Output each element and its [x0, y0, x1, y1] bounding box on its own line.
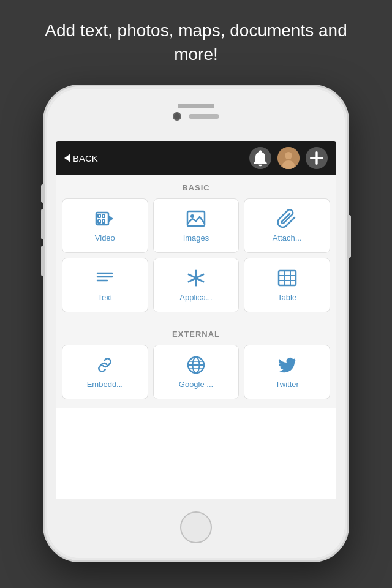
avatar[interactable]	[277, 147, 300, 169]
headline-text: Add text, photos, maps, documents and mo…	[0, 0, 392, 78]
google-item[interactable]: Google ...	[153, 345, 239, 399]
front-camera	[173, 112, 181, 121]
table-label: Table	[277, 293, 296, 302]
back-chevron-icon	[64, 154, 70, 162]
text-label: Text	[97, 293, 112, 302]
phone-screen: BACK	[56, 141, 336, 499]
attach-icon	[277, 209, 297, 228]
external-section-header: EXTERNAL	[56, 321, 336, 345]
avatar-image	[277, 147, 300, 169]
text-icon	[95, 268, 115, 288]
add-button[interactable]	[306, 147, 328, 169]
phone-microphone	[189, 114, 219, 119]
video-item[interactable]: Video	[62, 198, 148, 253]
volume-mute-button	[41, 184, 45, 203]
embed-label: Embedd...	[87, 380, 123, 389]
home-button[interactable]	[180, 511, 212, 543]
applica-item[interactable]: Applica...	[153, 258, 239, 312]
bell-icon	[251, 148, 270, 168]
images-item[interactable]: Images	[153, 198, 239, 253]
google-label: Google ...	[179, 380, 213, 389]
twitter-item[interactable]: Twitter	[244, 345, 330, 399]
back-button[interactable]: BACK	[64, 153, 243, 164]
applica-label: Applica...	[179, 293, 212, 302]
basic-grid: Video Images Attach... Text	[56, 198, 336, 321]
phone-mockup: BACK	[43, 85, 349, 562]
twitter-icon	[277, 355, 297, 375]
external-grid: Embedd... Google ... Twitter	[56, 345, 336, 408]
volume-up-button	[41, 209, 45, 239]
asterisk-icon	[186, 268, 206, 288]
navigation-bar: BACK	[56, 141, 336, 175]
phone-top-area	[173, 104, 219, 121]
globe-icon	[186, 355, 206, 375]
embed-item[interactable]: Embedd...	[62, 345, 148, 399]
phone-shell: BACK	[43, 85, 349, 562]
volume-down-button	[41, 246, 45, 276]
attach-item[interactable]: Attach...	[244, 198, 330, 253]
images-icon	[186, 209, 206, 228]
twitter-label: Twitter	[276, 380, 299, 389]
back-label: BACK	[73, 153, 98, 164]
table-item[interactable]: Table	[244, 258, 330, 312]
svg-point-27	[285, 152, 292, 159]
images-label: Images	[183, 233, 209, 243]
bell-button[interactable]	[249, 147, 271, 169]
video-icon	[95, 209, 115, 228]
text-item[interactable]: Text	[62, 258, 148, 312]
content-area: BASIC Video Images Attach...	[56, 175, 336, 408]
table-icon	[277, 268, 297, 288]
phone-speaker	[178, 104, 214, 108]
attach-label: Attach...	[273, 233, 302, 243]
plus-icon	[307, 148, 326, 168]
power-button	[347, 215, 351, 258]
video-label: Video	[95, 233, 115, 243]
phone-camera-row	[173, 112, 219, 121]
link-icon	[95, 355, 115, 375]
basic-section-header: BASIC	[56, 175, 336, 198]
